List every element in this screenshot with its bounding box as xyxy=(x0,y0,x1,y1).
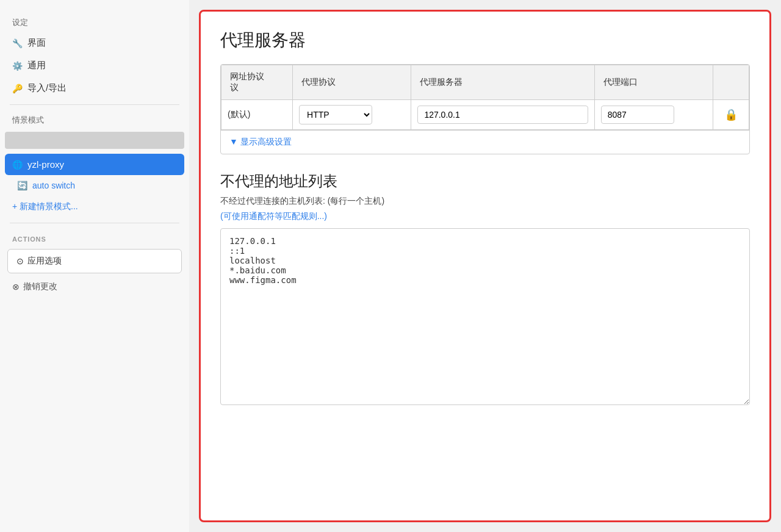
sidebar-item-yzl-proxy[interactable]: 🌐 yzl-proxy xyxy=(5,154,184,175)
col-proxy-port: 代理端口 xyxy=(594,65,713,100)
cell-lock[interactable]: 🔒 xyxy=(713,100,749,130)
sidebar-item-interface-label: 界面 xyxy=(27,37,46,49)
main-content: 代理服务器 网址协议议 代理协议 代理服务器 代理端口 (默认) xyxy=(189,0,781,532)
sidebar-item-auto-switch[interactable]: 🔄 auto switch xyxy=(0,175,189,196)
new-profile-button[interactable]: + 新建情景模式... xyxy=(0,196,189,218)
show-advanced-label: ▼ 显示高级设置 xyxy=(229,137,292,148)
default-protocol-label: (默认) xyxy=(228,109,250,119)
col-actions xyxy=(713,65,749,100)
no-proxy-section: 不代理的地址列表 不经过代理连接的主机列表: (每行一个主机) (可使用通配符等… xyxy=(220,171,750,408)
apply-icon: ⊙ xyxy=(16,256,24,266)
proxy-table-container: 网址协议议 代理协议 代理服务器 代理端口 (默认) xyxy=(220,64,750,154)
lock-button[interactable]: 🔒 xyxy=(719,106,743,124)
proxy-port-input[interactable] xyxy=(601,106,674,124)
cell-proxy-port[interactable] xyxy=(594,100,713,130)
no-proxy-desc: 不经过代理连接的主机列表: (每行一个主机) xyxy=(220,196,750,207)
switch-icon: 🔄 xyxy=(17,181,27,190)
main-inner: 代理服务器 网址协议议 代理协议 代理服务器 代理端口 (默认) xyxy=(199,10,771,522)
sidebar-item-general[interactable]: ⚙️ 通用 xyxy=(0,54,189,77)
sidebar-item-general-label: 通用 xyxy=(27,60,46,71)
col-url-protocol: 网址协议议 xyxy=(221,65,293,100)
gear-icon: ⚙️ xyxy=(12,61,23,71)
sidebar-item-auto-switch-label: auto switch xyxy=(32,181,75,190)
sidebar-divider-2 xyxy=(10,223,179,223)
proxy-server-input[interactable] xyxy=(417,106,588,124)
apply-label: 应用选项 xyxy=(27,256,62,267)
proxy-table: 网址协议议 代理协议 代理服务器 代理端口 (默认) xyxy=(221,65,749,130)
sidebar: 设定 🔧 界面 ⚙️ 通用 🔑 导入/导出 情景模式 🌐 yzl-proxy 🔄… xyxy=(0,0,189,532)
proxy-server-title: 代理服务器 xyxy=(220,29,750,52)
no-proxy-title: 不代理的地址列表 xyxy=(220,171,750,191)
wrench-icon: 🔧 xyxy=(12,38,23,48)
import-export-icon: 🔑 xyxy=(12,84,23,93)
sidebar-divider xyxy=(10,104,179,105)
cell-proxy-server[interactable] xyxy=(411,100,594,130)
new-profile-label: + 新建情景模式... xyxy=(12,201,78,212)
globe-icon-active: 🌐 xyxy=(12,160,23,170)
sidebar-item-interface[interactable]: 🔧 界面 xyxy=(0,32,189,54)
cell-proxy-protocol[interactable]: HTTP HTTPS SOCKS4 SOCKS5 xyxy=(293,100,411,130)
no-proxy-link[interactable]: (可使用通配符等匹配规则...) xyxy=(220,211,327,222)
sidebar-item-yzl-proxy-label: yzl-proxy xyxy=(27,159,64,170)
cancel-label: 撤销更改 xyxy=(23,281,57,292)
sidebar-item-import-export-label: 导入/导出 xyxy=(27,82,67,94)
cancel-button[interactable]: ⊗ 撤销更改 xyxy=(0,276,189,298)
proxy-protocol-select[interactable]: HTTP HTTPS SOCKS4 SOCKS5 xyxy=(299,105,372,124)
table-row: (默认) HTTP HTTPS SOCKS4 SOCKS5 xyxy=(221,100,749,130)
cancel-icon: ⊗ xyxy=(12,282,20,292)
profile-slider[interactable] xyxy=(5,132,184,149)
col-proxy-protocol: 代理协议 xyxy=(293,65,411,100)
col-proxy-server: 代理服务器 xyxy=(411,65,594,100)
actions-label: ACTIONS xyxy=(0,228,189,246)
profile-section-label: 情景模式 xyxy=(0,110,189,129)
sidebar-item-import-export[interactable]: 🔑 导入/导出 xyxy=(0,77,189,99)
settings-section-label: 设定 xyxy=(0,12,189,32)
apply-button[interactable]: ⊙ 应用选项 xyxy=(7,249,182,273)
cell-url-protocol: (默认) xyxy=(221,100,293,130)
no-proxy-textarea[interactable]: 127.0.0.1 ::1 localhost *.baidu.com www.… xyxy=(220,228,750,405)
show-advanced-button[interactable]: ▼ 显示高级设置 xyxy=(221,130,749,154)
